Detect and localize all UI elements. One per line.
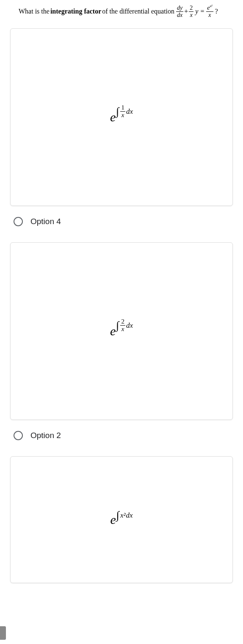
formula-1: e ∫ 1 x dx [110, 110, 133, 124]
integral-icon: ∫ [116, 510, 119, 521]
integral-icon: ∫ [116, 320, 119, 331]
option-label-1: Option 4 [30, 217, 61, 226]
option-row-2[interactable]: Option 2 [0, 425, 243, 448]
radio-icon[interactable] [14, 431, 23, 440]
question-text: What is the integrating factor of the di… [0, 3, 243, 20]
formula-3: e ∫ x² dx [110, 512, 133, 527]
question-mid: of the differential equation [102, 7, 174, 16]
question-equation: dy dx + 2 x y = ex² x ? [175, 5, 218, 18]
formula-2: e ∫ 2 x dx [110, 324, 133, 338]
question-bold: integrating factor [50, 7, 101, 16]
integral-icon: ∫ [116, 106, 119, 117]
option-label-2: Option 2 [30, 431, 61, 440]
question-prefix: What is the [19, 7, 50, 16]
frac-dy-dx: dy dx [176, 5, 183, 18]
radio-icon[interactable] [14, 217, 23, 226]
option-card-1[interactable]: e ∫ 1 x dx [10, 28, 233, 206]
option-row-1[interactable]: Option 4 [0, 211, 243, 234]
option-card-3[interactable]: e ∫ x² dx [10, 456, 233, 583]
frac-2-x: 2 x [189, 5, 193, 18]
option-card-2[interactable]: e ∫ 2 x dx [10, 242, 233, 420]
frac-ex2-x: ex² x [206, 5, 213, 18]
